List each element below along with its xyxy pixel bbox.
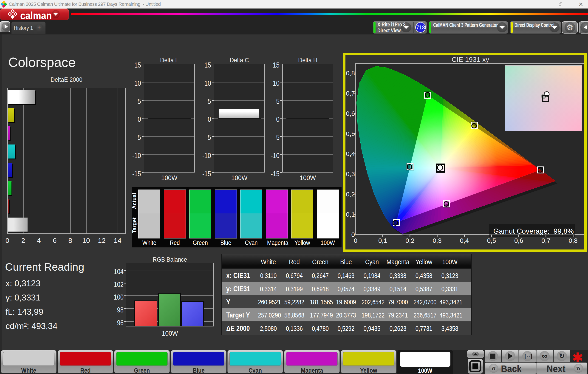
svg-text:0,7: 0,7 xyxy=(541,237,550,244)
svg-text:0,5: 0,5 xyxy=(487,237,496,244)
svg-text:0,3: 0,3 xyxy=(433,237,442,244)
svg-text:0,1: 0,1 xyxy=(346,211,355,218)
svg-text:CIE 1931 xy: CIE 1931 xy xyxy=(452,56,489,63)
svg-text:0,4: 0,4 xyxy=(346,150,355,157)
svg-text:0,2: 0,2 xyxy=(405,237,414,244)
svg-text:0: 0 xyxy=(351,231,355,238)
svg-text:0,2: 0,2 xyxy=(346,191,355,198)
svg-text:0,1: 0,1 xyxy=(378,237,387,244)
svg-text:Gamut Coverage: 99,8%: Gamut Coverage: 99,8% xyxy=(493,227,574,235)
svg-text:0,4: 0,4 xyxy=(460,237,469,244)
svg-text:0,8: 0,8 xyxy=(569,237,578,244)
svg-text:0,6: 0,6 xyxy=(514,237,523,244)
svg-text:0,7: 0,7 xyxy=(346,90,355,97)
svg-text:0,3: 0,3 xyxy=(346,171,355,178)
svg-text:0,5: 0,5 xyxy=(346,130,355,137)
svg-text:0,6: 0,6 xyxy=(346,110,355,117)
svg-text:0,8: 0,8 xyxy=(346,70,355,77)
